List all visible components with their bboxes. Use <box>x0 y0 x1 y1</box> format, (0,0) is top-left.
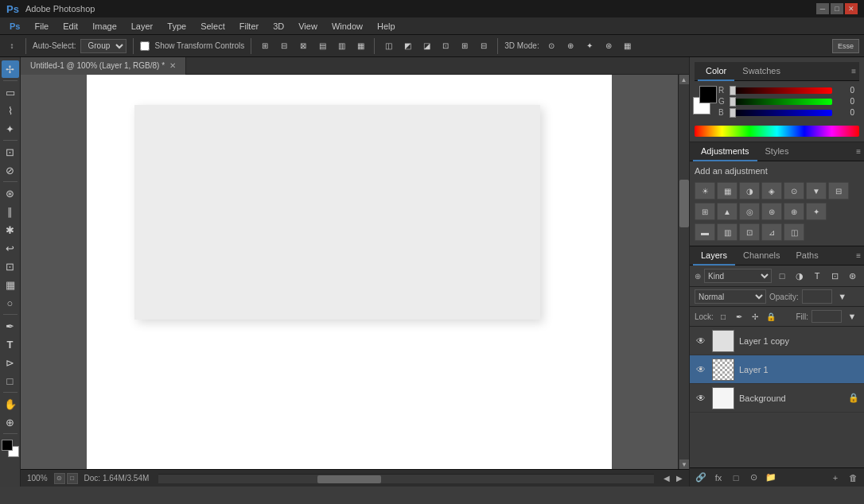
menu-help[interactable]: Help <box>371 20 402 33</box>
auto-select-dropdown[interactable]: Group Layer <box>80 39 126 53</box>
align-left-icon[interactable]: ▤ <box>315 39 329 53</box>
close-button[interactable]: ✕ <box>845 3 858 14</box>
r-slider[interactable] <box>730 87 832 94</box>
distribute-top-icon[interactable]: ⊡ <box>438 39 453 53</box>
3d-icon-2[interactable]: ⊕ <box>563 39 578 53</box>
layer-effects-button[interactable]: fx <box>710 471 726 485</box>
menu-select[interactable]: Select <box>194 20 232 33</box>
adj-invert[interactable]: ⊕ <box>784 203 804 220</box>
clone-tool[interactable]: ✱ <box>2 221 19 238</box>
path-select-tool[interactable]: ⊳ <box>2 354 19 371</box>
adj-threshold[interactable]: ▬ <box>695 223 715 241</box>
adj-panel-menu[interactable]: ≡ <box>856 147 861 156</box>
type-filter-icon[interactable]: T <box>810 269 824 283</box>
tab-close-button[interactable]: ✕ <box>169 61 176 70</box>
layer-row-background[interactable]: 👁 Background 🔒 <box>690 384 864 413</box>
tab-layers[interactable]: Layers <box>693 246 735 266</box>
scroll-left-button[interactable]: ◀ <box>664 474 670 483</box>
menu-ps[interactable]: Ps <box>3 20 26 33</box>
canvas-tab[interactable]: Untitled-1 @ 100% (Layer 1, RGB/8) * ✕ <box>21 57 186 75</box>
layer-row-1[interactable]: 👁 Layer 1 <box>690 355 864 384</box>
adj-channel-mixer[interactable]: ◎ <box>739 203 760 220</box>
opacity-input[interactable]: 100% <box>802 289 832 304</box>
tab-styles[interactable]: Styles <box>757 142 797 161</box>
tab-paths[interactable]: Paths <box>788 246 827 266</box>
distribute-right-icon[interactable]: ◪ <box>419 39 434 53</box>
vertical-scrollbar[interactable]: ▲ ▼ <box>678 75 689 469</box>
align-bottom-icon[interactable]: ⊠ <box>296 39 310 53</box>
adj-vibrance[interactable]: ⊙ <box>784 182 804 200</box>
3d-icon-5[interactable]: ▦ <box>621 39 635 53</box>
layers-kind-dropdown[interactable]: Kind <box>704 269 772 283</box>
gradient-tool[interactable]: ▦ <box>2 276 19 293</box>
adj-selective-color[interactable]: ⊡ <box>739 223 760 241</box>
type-tool[interactable]: T <box>2 335 19 353</box>
move-tool-options[interactable]: ↕ <box>5 39 19 53</box>
add-mask-button[interactable]: □ <box>728 471 744 485</box>
marquee-tool[interactable]: ▭ <box>2 83 19 101</box>
lock-position-button[interactable]: ✒ <box>733 310 745 323</box>
menu-window[interactable]: Window <box>325 20 369 33</box>
adj-gradient-map[interactable]: ▥ <box>717 223 738 241</box>
esse-button[interactable]: Esse <box>832 39 859 53</box>
move-tool[interactable]: ✢ <box>2 60 19 78</box>
menu-image[interactable]: Image <box>86 20 123 33</box>
canvas-viewport[interactable] <box>21 75 678 469</box>
fill-input[interactable]: 100% <box>811 310 842 323</box>
adj-bw[interactable]: ⊞ <box>695 203 715 220</box>
zoom-tool[interactable]: ⊕ <box>2 413 19 431</box>
menu-type[interactable]: Type <box>161 20 193 33</box>
zoom-menu-button[interactable]: ⊙ <box>54 473 65 484</box>
fg-color-box[interactable] <box>2 440 13 451</box>
lock-all-button[interactable]: 🔒 <box>765 310 777 323</box>
link-layers-button[interactable]: 🔗 <box>693 471 709 485</box>
tab-adjustments[interactable]: Adjustments <box>693 142 757 161</box>
menu-layer[interactable]: Layer <box>125 20 160 33</box>
layer-visibility-copy[interactable]: 👁 <box>695 335 707 347</box>
adj-exposure[interactable]: ◈ <box>761 182 782 200</box>
adj-colorbalance[interactable]: ⊟ <box>828 182 849 200</box>
menu-view[interactable]: View <box>292 20 324 33</box>
delete-layer-button[interactable]: 🗑 <box>845 471 861 485</box>
layer-visibility-bg[interactable]: 👁 <box>695 392 707 405</box>
layer-visibility-1[interactable]: 👁 <box>695 363 707 376</box>
color-panel-menu[interactable]: ≡ <box>851 67 856 76</box>
horizontal-scrollbar[interactable] <box>158 474 654 483</box>
eraser-tool[interactable]: ⊡ <box>2 258 19 275</box>
fg-bg-swatches[interactable] <box>699 86 710 114</box>
scroll-up-button[interactable]: ▲ <box>679 75 689 84</box>
add-adjustment-button[interactable]: ⊙ <box>745 471 761 485</box>
dodge-tool[interactable]: ○ <box>2 294 19 312</box>
color-spectrum[interactable] <box>695 126 859 137</box>
3d-icon-1[interactable]: ⊙ <box>544 39 558 53</box>
tab-color[interactable]: Color <box>698 62 734 81</box>
menu-file[interactable]: File <box>28 20 55 33</box>
shape-tool[interactable]: □ <box>2 372 19 390</box>
adj-shadows[interactable]: ⊿ <box>761 223 782 241</box>
tab-channels[interactable]: Channels <box>735 246 788 266</box>
eyedropper-tool[interactable]: ⊘ <box>2 161 19 179</box>
add-layer-button[interactable]: + <box>827 471 843 485</box>
g-slider[interactable] <box>730 99 832 105</box>
hand-tool[interactable]: ✋ <box>2 395 19 413</box>
adj-photo-filter[interactable]: ▲ <box>717 203 738 220</box>
screen-mode-button[interactable]: □ <box>67 473 78 484</box>
adj-brightness[interactable]: ☀ <box>695 182 715 200</box>
align-top-icon[interactable]: ⊞ <box>258 39 272 53</box>
lock-pixels-button[interactable]: □ <box>717 310 730 323</box>
distribute-vcenter-icon[interactable]: ⊞ <box>457 39 472 53</box>
lasso-tool[interactable]: ⌇ <box>2 102 19 119</box>
h-scroll-thumb[interactable] <box>317 475 381 483</box>
shape-filter-icon[interactable]: ⊡ <box>827 269 842 283</box>
align-right-icon[interactable]: ▦ <box>353 39 368 53</box>
adjustment-filter-icon[interactable]: ◑ <box>792 269 807 283</box>
3d-icon-4[interactable]: ⊛ <box>601 39 616 53</box>
align-vcenter-icon[interactable]: ⊟ <box>277 39 291 53</box>
menu-edit[interactable]: Edit <box>56 20 84 33</box>
align-hcenter-icon[interactable]: ▥ <box>334 39 348 53</box>
add-group-button[interactable]: 📁 <box>763 471 779 485</box>
fg-bg-color-swatch[interactable] <box>2 440 19 457</box>
adj-color-lookup[interactable]: ⊛ <box>761 203 782 220</box>
smart-filter-icon[interactable]: ⊛ <box>845 269 859 283</box>
tab-swatches[interactable]: Swatches <box>734 62 788 81</box>
